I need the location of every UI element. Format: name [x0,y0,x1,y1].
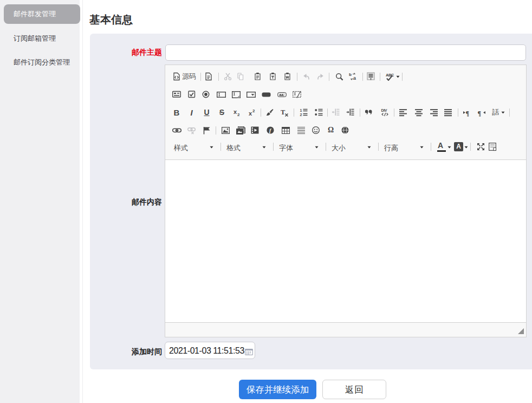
svg-text:DIV: DIV [381,108,387,112]
svg-text:ABC: ABC [386,73,394,78]
svg-text:¶: ¶ [465,109,469,117]
svg-text:2: 2 [237,112,240,117]
svg-text:1: 1 [300,108,302,112]
svg-text:a: a [353,75,356,81]
svg-text:x: x [249,110,252,117]
svg-text:b: b [349,72,352,77]
svg-text:T: T [281,108,286,116]
svg-text:2: 2 [300,113,302,117]
svg-text:2: 2 [252,108,255,113]
svg-text:¶: ¶ [478,109,481,117]
svg-text:x: x [233,108,237,115]
